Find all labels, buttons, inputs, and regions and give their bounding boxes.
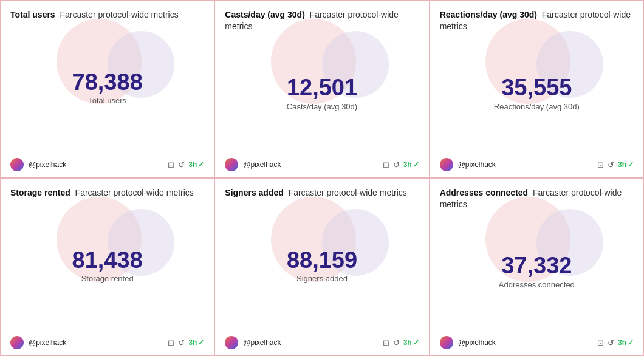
check-icon-reactions-per-day: ✓ (628, 160, 634, 169)
card-title-bold-storage-rented: Storage rented (10, 188, 70, 197)
card-reactions-per-day: Reactions/day (avg 30d) Farcaster protoc… (430, 0, 644, 178)
metric-label-storage-rented: Storage rented (81, 274, 134, 283)
card-body-signers-added: 88,159 Signers added (225, 199, 419, 332)
camera-icon-casts-per-day[interactable]: ⊡ (383, 160, 389, 169)
avatar-reactions-per-day (440, 158, 453, 171)
card-title-addresses-connected: Addresses connected Farcaster protocol-w… (440, 187, 634, 210)
check-icon-signers-added: ✓ (413, 338, 419, 347)
card-body-casts-per-day: 12,501 Casts/day (avg 30d) (225, 32, 419, 154)
card-total-users: Total users Farcaster protocol-wide metr… (0, 0, 214, 178)
card-title-total-users: Total users Farcaster protocol-wide metr… (10, 9, 204, 21)
card-signers-added: Signers added Farcaster protocol-wide me… (214, 178, 429, 356)
metric-value-reactions-per-day: 35,555 (501, 75, 572, 101)
avatar-storage-rented (10, 336, 24, 349)
card-addresses-connected: Addresses connected Farcaster protocol-w… (430, 178, 644, 356)
footer-time-signers-added: 3h ✓ (403, 338, 419, 347)
metrics-grid: Total users Farcaster protocol-wide metr… (0, 0, 644, 356)
refresh-icon-storage-rented[interactable]: ↺ (178, 338, 185, 347)
refresh-icon-addresses-connected[interactable]: ↺ (608, 338, 614, 347)
footer-icons-reactions-per-day: ⊡ ↺ 3h ✓ (597, 160, 634, 169)
avatar-addresses-connected (440, 336, 453, 349)
card-footer-casts-per-day: @pixelhack ⊡ ↺ 3h ✓ (225, 158, 419, 171)
card-title-bold-reactions-per-day: Reactions/day (avg 30d) (440, 10, 537, 19)
card-body-total-users: 78,388 Total users (10, 21, 204, 154)
card-title-bold-casts-per-day: Casts/day (avg 30d) (225, 10, 305, 19)
footer-icons-total-users: ⊡ ↺ 3h ✓ (168, 160, 204, 169)
check-icon-addresses-connected: ✓ (628, 338, 634, 347)
camera-icon-total-users[interactable]: ⊡ (168, 160, 174, 169)
footer-time-casts-per-day: 3h ✓ (403, 160, 419, 169)
camera-icon-storage-rented[interactable]: ⊡ (168, 338, 174, 347)
card-footer-total-users: @pixelhack ⊡ ↺ 3h ✓ (10, 158, 204, 171)
metric-value-casts-per-day: 12,501 (287, 75, 357, 101)
footer-username-storage-rented: @pixelhack (29, 338, 66, 347)
avatar-casts-per-day (225, 158, 238, 171)
card-casts-per-day: Casts/day (avg 30d) Farcaster protocol-w… (214, 0, 429, 178)
card-title-suffix-signers-added: Farcaster protocol-wide metrics (286, 188, 407, 197)
card-body-reactions-per-day: 35,555 Reactions/day (avg 30d) (440, 32, 634, 154)
card-body-storage-rented: 81,438 Storage rented (10, 199, 204, 332)
footer-icons-storage-rented: ⊡ ↺ 3h ✓ (168, 338, 204, 347)
camera-icon-addresses-connected[interactable]: ⊡ (597, 338, 604, 347)
avatar-signers-added (225, 336, 238, 349)
card-title-bold-total-users: Total users (10, 10, 55, 19)
footer-time-total-users: 3h ✓ (188, 160, 204, 169)
check-icon-total-users: ✓ (198, 160, 204, 169)
card-title-suffix-total-users: Farcaster protocol-wide metrics (58, 10, 179, 19)
card-title-signers-added: Signers added Farcaster protocol-wide me… (225, 187, 419, 199)
check-icon-casts-per-day: ✓ (413, 160, 419, 169)
camera-icon-signers-added[interactable]: ⊡ (383, 338, 389, 347)
footer-username-total-users: @pixelhack (29, 160, 66, 169)
card-footer-addresses-connected: @pixelhack ⊡ ↺ 3h ✓ (440, 336, 634, 349)
footer-time-addresses-connected: 3h ✓ (618, 338, 634, 347)
refresh-icon-signers-added[interactable]: ↺ (393, 338, 400, 347)
card-title-storage-rented: Storage rented Farcaster protocol-wide m… (10, 187, 204, 199)
metric-value-storage-rented: 81,438 (72, 248, 143, 273)
card-footer-signers-added: @pixelhack ⊡ ↺ 3h ✓ (225, 336, 419, 349)
footer-time-storage-rented: 3h ✓ (188, 338, 204, 347)
check-icon-storage-rented: ✓ (198, 338, 204, 347)
metric-label-casts-per-day: Casts/day (avg 30d) (287, 102, 357, 111)
metric-value-signers-added: 88,159 (287, 248, 357, 273)
card-title-suffix-storage-rented: Farcaster protocol-wide metrics (73, 188, 194, 197)
footer-icons-addresses-connected: ⊡ ↺ 3h ✓ (597, 338, 634, 347)
card-body-addresses-connected: 37,332 Addresses connected (440, 210, 634, 332)
card-title-reactions-per-day: Reactions/day (avg 30d) Farcaster protoc… (440, 9, 634, 32)
footer-icons-casts-per-day: ⊡ ↺ 3h ✓ (383, 160, 419, 169)
metric-label-reactions-per-day: Reactions/day (avg 30d) (494, 102, 580, 111)
refresh-icon-reactions-per-day[interactable]: ↺ (608, 160, 614, 169)
footer-username-signers-added: @pixelhack (243, 338, 281, 347)
card-footer-reactions-per-day: @pixelhack ⊡ ↺ 3h ✓ (440, 158, 634, 171)
camera-icon-reactions-per-day[interactable]: ⊡ (597, 160, 604, 169)
footer-icons-signers-added: ⊡ ↺ 3h ✓ (383, 338, 419, 347)
footer-username-reactions-per-day: @pixelhack (458, 160, 496, 169)
footer-username-addresses-connected: @pixelhack (458, 338, 496, 347)
card-title-casts-per-day: Casts/day (avg 30d) Farcaster protocol-w… (225, 9, 419, 32)
footer-time-reactions-per-day: 3h ✓ (618, 160, 634, 169)
metric-value-total-users: 78,388 (72, 70, 143, 95)
avatar-total-users (10, 158, 24, 171)
refresh-icon-total-users[interactable]: ↺ (178, 160, 185, 169)
card-footer-storage-rented: @pixelhack ⊡ ↺ 3h ✓ (10, 336, 204, 349)
footer-username-casts-per-day: @pixelhack (243, 160, 281, 169)
metric-label-addresses-connected: Addresses connected (499, 280, 575, 289)
card-title-bold-addresses-connected: Addresses connected (440, 188, 529, 197)
card-title-bold-signers-added: Signers added (225, 188, 283, 197)
refresh-icon-casts-per-day[interactable]: ↺ (393, 160, 400, 169)
metric-label-total-users: Total users (88, 96, 126, 105)
metric-value-addresses-connected: 37,332 (501, 253, 572, 279)
card-storage-rented: Storage rented Farcaster protocol-wide m… (0, 178, 214, 356)
metric-label-signers-added: Signers added (296, 274, 348, 283)
